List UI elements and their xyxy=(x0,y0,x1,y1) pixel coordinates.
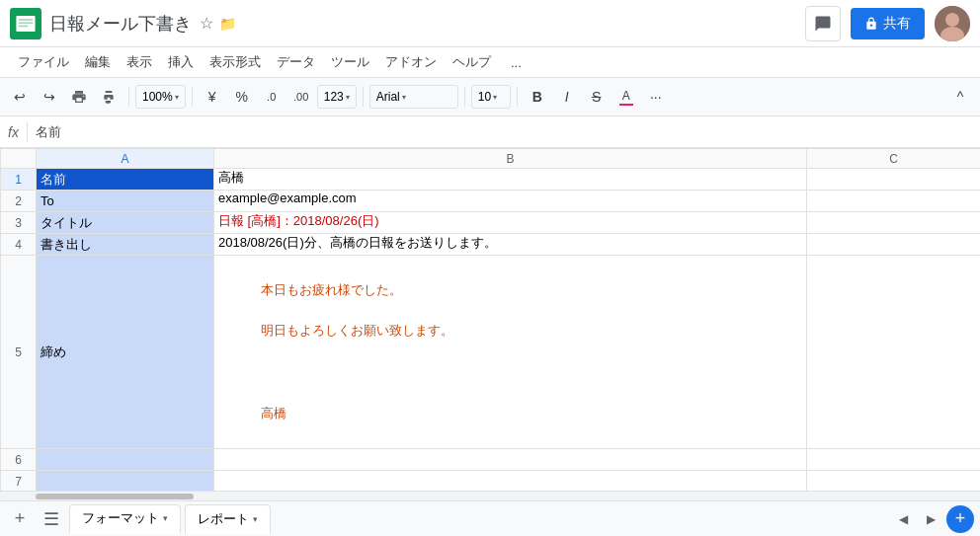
title-bar: 日報メール下書き ☆ 📁 共有 xyxy=(0,0,980,47)
menu-file[interactable]: ファイル xyxy=(10,51,77,73)
number-format-dropdown[interactable]: 123 ▾ xyxy=(317,85,357,109)
document-title[interactable]: 日報メール下書き xyxy=(49,12,192,36)
cell-a3[interactable]: タイトル xyxy=(37,212,214,234)
undo-button[interactable]: ↩ xyxy=(6,83,34,111)
more-options-button[interactable]: ··· xyxy=(642,83,670,111)
scroll-left-button[interactable]: ◀ xyxy=(891,507,915,531)
currency-button[interactable]: ¥ xyxy=(199,83,226,111)
menu-insert[interactable]: 挿入 xyxy=(160,51,202,73)
font-size-dropdown[interactable]: 10 ▾ xyxy=(471,85,511,109)
horizontal-scrollbar[interactable] xyxy=(0,491,980,500)
sheet-tabs-bar: + ☰ フォーマット ▾ レポート ▾ ◀ ▶ + xyxy=(0,500,980,536)
svg-rect-4 xyxy=(19,25,29,27)
decimal-more-button[interactable]: .00 xyxy=(287,83,315,111)
menu-edit[interactable]: 編集 xyxy=(77,51,119,73)
menu-help[interactable]: ヘルプ xyxy=(445,51,499,73)
menu-tools[interactable]: ツール xyxy=(323,51,377,73)
cell-c6[interactable] xyxy=(807,449,981,471)
menu-view[interactable]: 表示 xyxy=(119,51,160,73)
cell-a6[interactable] xyxy=(37,449,214,471)
tab-format-chevron: ▾ xyxy=(163,513,168,523)
numformat-chevron: ▾ xyxy=(346,93,350,102)
redo-button[interactable]: ↪ xyxy=(36,83,63,111)
sheet-nav-right: ◀ ▶ + xyxy=(891,505,974,533)
zoom-value: 100% xyxy=(142,90,173,104)
menu-addons[interactable]: アドオン xyxy=(377,51,445,73)
cell-b2[interactable]: example@example.com xyxy=(214,191,807,212)
font-color-icon: A xyxy=(619,89,633,106)
title-bar-right: 共有 xyxy=(805,6,970,41)
font-color-button[interactable]: A xyxy=(612,83,640,111)
svg-rect-3 xyxy=(19,22,33,24)
decimal-less-button[interactable]: .0 xyxy=(258,83,286,111)
cell-a4[interactable]: 書き出し xyxy=(37,234,214,256)
folder-icon[interactable]: 📁 xyxy=(219,16,236,32)
collapse-button[interactable]: ^ xyxy=(946,83,974,111)
row-num-5: 5 xyxy=(1,256,37,449)
cell-b3[interactable]: 日報 [高橋]：2018/08/26(日) xyxy=(214,212,807,234)
cell-a7[interactable] xyxy=(37,471,214,491)
cell-b1[interactable]: 高橋 xyxy=(214,169,807,191)
toolbar: ↩ ↪ 100% ▾ ¥ % .0 .00 123 ▾ Arial ▾ 10 ▾… xyxy=(0,77,980,116)
col-a-header[interactable]: A xyxy=(37,149,214,169)
row-num-3: 3 xyxy=(1,212,37,234)
sheet-grid: A B C 1 名前 高橋 2 To example@example.com xyxy=(0,148,980,491)
add-sheet-button[interactable]: + xyxy=(6,505,34,533)
menu-more[interactable]: ... xyxy=(503,53,530,72)
cell-c7[interactable] xyxy=(807,471,981,491)
user-avatar[interactable] xyxy=(935,6,970,41)
color-underline xyxy=(619,104,633,106)
cell-c5[interactable] xyxy=(807,256,981,449)
scroll-right-button[interactable]: ▶ xyxy=(919,507,942,531)
sep3 xyxy=(363,87,364,107)
tab-format[interactable]: フォーマット ▾ xyxy=(69,504,181,534)
cell-c4[interactable] xyxy=(807,234,981,256)
cell-b5[interactable]: 本日もお疲れ様でした。 明日もよろしくお願い致します。 高橋 xyxy=(214,256,807,449)
cell-a5[interactable]: 締め xyxy=(37,256,214,449)
col-c-header[interactable]: C xyxy=(807,149,981,169)
title-icons: ☆ 📁 xyxy=(200,14,236,33)
cell-b5-line3: 高橋 xyxy=(261,406,286,421)
cell-c3[interactable] xyxy=(807,212,981,234)
cell-a2[interactable]: To xyxy=(37,191,214,212)
bold-button[interactable]: B xyxy=(524,83,551,111)
share-button[interactable]: 共有 xyxy=(851,8,925,39)
cell-b7[interactable] xyxy=(214,471,807,491)
row-num-7: 7 xyxy=(1,471,37,491)
grid-table: A B C 1 名前 高橋 2 To example@example.com xyxy=(0,148,980,491)
sheet-list-button[interactable]: ☰ xyxy=(38,505,65,533)
cell-reference[interactable]: 名前 xyxy=(36,123,972,141)
cell-b4[interactable]: 2018/08/26(日)分、高橋の日報をお送りします。 xyxy=(214,234,807,256)
sep4 xyxy=(464,87,465,107)
tab-report[interactable]: レポート ▾ xyxy=(185,504,271,534)
svg-point-6 xyxy=(945,13,959,27)
cell-c2[interactable] xyxy=(807,191,981,212)
column-header-row: A B C xyxy=(1,149,981,169)
strikethrough-button[interactable]: S xyxy=(583,83,611,111)
paint-format-button[interactable] xyxy=(95,83,122,111)
chat-button[interactable] xyxy=(805,6,841,41)
menu-data[interactable]: データ xyxy=(269,51,323,73)
add-sheet-right-button[interactable]: + xyxy=(946,505,974,533)
italic-button[interactable]: I xyxy=(553,83,581,111)
table-row: 5 締め 本日もお疲れ様でした。 明日もよろしくお願い致します。 高橋 xyxy=(1,256,981,449)
font-dropdown[interactable]: Arial ▾ xyxy=(369,85,458,109)
print-button[interactable] xyxy=(65,83,93,111)
cell-a1[interactable]: 名前 xyxy=(37,169,214,191)
zoom-dropdown[interactable]: 100% ▾ xyxy=(135,85,186,109)
cell-b5-line2: 明日もよろしくお願い致します。 xyxy=(261,323,453,338)
zoom-chevron: ▾ xyxy=(175,93,179,102)
row-num-6: 6 xyxy=(1,449,37,471)
col-b-header[interactable]: B xyxy=(214,149,807,169)
formula-divider xyxy=(27,122,28,142)
tab-report-chevron: ▾ xyxy=(253,514,258,524)
cell-c1[interactable] xyxy=(807,169,981,191)
percent-button[interactable]: % xyxy=(228,83,256,111)
font-chevron: ▾ xyxy=(402,93,406,102)
app-icon xyxy=(10,8,41,39)
formula-bar: fx 名前 xyxy=(0,116,980,148)
star-icon[interactable]: ☆ xyxy=(200,14,213,33)
menu-bar: ファイル 編集 表示 挿入 表示形式 データ ツール アドオン ヘルプ ... xyxy=(0,47,980,77)
cell-b6[interactable] xyxy=(214,449,807,471)
menu-format[interactable]: 表示形式 xyxy=(202,51,269,73)
